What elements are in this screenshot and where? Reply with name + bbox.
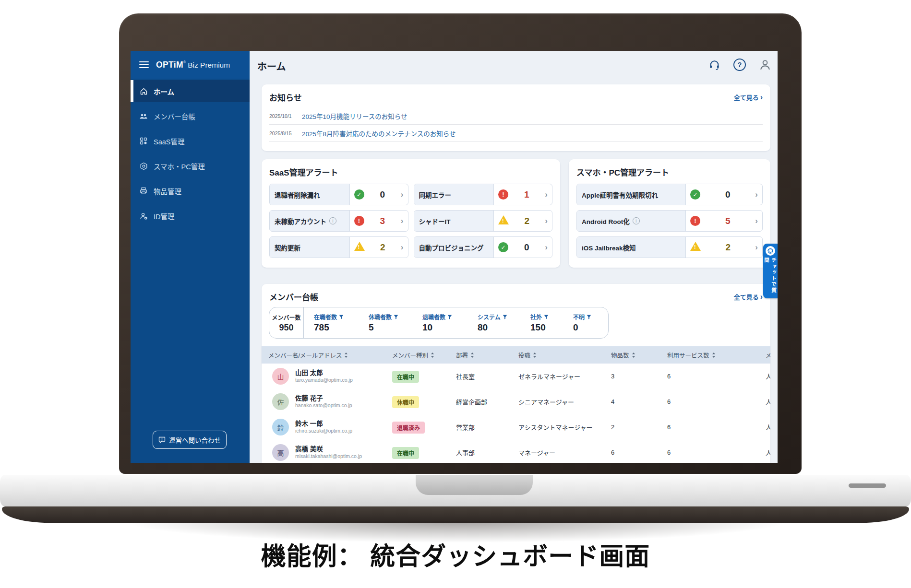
info-icon — [633, 217, 640, 224]
member-role: アシスタントマネージャー — [518, 414, 593, 440]
column-header-type[interactable]: メンバー種別 — [392, 346, 434, 364]
members-title: メンバー台帳 — [269, 291, 318, 303]
sidebar-item-label: SaaS管理 — [154, 136, 184, 146]
device-alert-cards: Apple証明書有効期限切れ 0› Android Root化 5› iOS J… — [576, 184, 763, 258]
member-email: taro.yamada@optim.co.jp — [295, 377, 353, 383]
member-name: 高橋 美咲 — [295, 444, 323, 453]
sidebar-item-id[interactable]: ID管理 — [131, 205, 250, 227]
member-dept: 営業部 — [456, 414, 475, 440]
alert-card-auto-provisioning[interactable]: 自動プロビジョニング 0› — [414, 236, 553, 258]
logo-suffix: Biz Premium — [188, 61, 230, 69]
member-row[interactable]: 鈴 鈴木 一郎 ichiro.suzuki@optim.co.jp 退職済み 営… — [262, 414, 770, 440]
column-header-services[interactable]: 利用サービス数 — [667, 346, 716, 364]
filter-icon — [339, 315, 344, 319]
alert-card-ios-jailbreak[interactable]: iOS Jailbreak検知 2› — [576, 236, 763, 258]
member-services: 6 — [667, 414, 671, 440]
alert-count: 2 — [701, 242, 755, 253]
filter-on-leave-members[interactable]: 休職者数 5 — [369, 307, 398, 338]
notice-link[interactable]: 2025年8月障害対応のためのメンテナンスのお知らせ — [302, 129, 456, 138]
member-name: 山田 太郎 — [295, 367, 323, 377]
status-error-icon — [498, 189, 508, 200]
support-headset-icon[interactable] — [708, 59, 720, 71]
notice-link[interactable]: 2025年10月機能リリースのお知らせ — [302, 111, 408, 121]
contact-support-button[interactable]: 運営へ問い合わせ — [153, 431, 227, 449]
help-icon[interactable]: ? — [733, 59, 746, 71]
member-services: 6 — [667, 389, 671, 414]
alert-card-shadow-it[interactable]: シャドーIT 2› — [414, 210, 553, 232]
topbar-icons: ? — [708, 59, 771, 71]
member-row[interactable]: 高 高橋 美咲 misaki.takahashi@optim.co.jp 在職中… — [262, 440, 770, 463]
page-title: ホーム — [257, 59, 286, 73]
member-row[interactable]: 佐 佐藤 花子 hanako.sato@optim.co.jp 休職中 経営企画… — [262, 389, 770, 415]
column-header-name[interactable]: メンバー名/メールアドレス — [268, 346, 348, 364]
member-row[interactable]: 山 山田 太郎 taro.yamada@optim.co.jp 在職中 社長室 … — [262, 364, 770, 389]
chevron-right-icon: › — [760, 293, 763, 301]
status-ok-icon — [690, 189, 700, 200]
topbar: ホーム ? — [250, 51, 778, 79]
filter-icon — [447, 315, 452, 319]
avatar: 佐 — [272, 393, 289, 410]
sidebar-item-label: 物品管理 — [154, 186, 181, 196]
alert-card-sync-error[interactable]: 同期エラー 1› — [414, 184, 553, 205]
member-email: ichiro.suzuki@optim.co.jp — [295, 428, 352, 434]
member-name: 佐藤 花子 — [295, 393, 323, 402]
alert-card-inactive-accounts[interactable]: 未稼動アカウント 3› — [269, 210, 408, 232]
alert-card-android-root[interactable]: Android Root化 5› — [576, 210, 763, 232]
status-badge: 在職中 — [392, 447, 419, 459]
chevron-right-icon: › — [401, 243, 404, 251]
members-summary-bar: メンバー数 950 在職者数 785 休職者数 5 退職者数 10 システム — [269, 307, 609, 339]
alert-count: 3 — [364, 216, 401, 226]
sidebar-item-home[interactable]: ホーム — [131, 80, 250, 102]
alert-card-deleted-leavers[interactable]: 退職者削除漏れ 0› — [269, 184, 408, 205]
status-error-icon — [690, 216, 700, 226]
sidebar-item-members[interactable]: メンバー台帳 — [131, 105, 250, 127]
member-dept: 人事部 — [456, 440, 475, 463]
notices-panel: お知らせ 全て見る› 2025/10/1 2025年10月機能リリースのお知らせ… — [262, 84, 770, 151]
sidebar-item-label: ID管理 — [154, 211, 175, 221]
status-badge: 在職中 — [392, 371, 419, 383]
filter-system-members[interactable]: システム 80 — [478, 307, 507, 338]
column-header-role[interactable]: 役職 — [518, 346, 537, 364]
sort-icon — [632, 352, 635, 358]
status-badge: 休職中 — [392, 396, 419, 408]
chat-tab-label: チャットで質問 — [763, 258, 778, 298]
filter-active-members[interactable]: 在職者数 785 — [314, 307, 344, 338]
alert-count: 0 — [508, 242, 545, 253]
alert-count: 1 — [508, 189, 545, 200]
member-email: misaki.takahashi@optim.co.jp — [295, 453, 362, 459]
column-header-partial: メ — [766, 346, 770, 364]
alert-card-contract-renewal[interactable]: 契約更新 2› — [269, 236, 408, 258]
chat-support-tab[interactable]: チャットで質問 — [763, 244, 778, 298]
chevron-right-icon: › — [755, 243, 758, 251]
sidebar-item-device[interactable]: スマホ・PC管理 — [131, 155, 250, 177]
sort-icon — [431, 352, 434, 358]
account-icon[interactable] — [759, 59, 771, 71]
sidebar-item-label: メンバー台帳 — [154, 111, 195, 121]
members-view-all-link[interactable]: 全て見る› — [734, 292, 763, 301]
member-partial-cell: 人 — [766, 364, 770, 389]
sidebar-item-saas[interactable]: SaaS管理 — [131, 130, 250, 152]
alert-card-apple-cert[interactable]: Apple証明書有効期限切れ 0› — [576, 184, 763, 205]
chevron-right-icon: › — [545, 217, 548, 225]
filter-unknown-members[interactable]: 不明 0 — [573, 307, 591, 338]
person-check-icon — [139, 212, 148, 220]
notices-view-all-link[interactable]: 全て見る› — [734, 93, 763, 102]
filter-icon — [394, 315, 398, 319]
member-dept: 経営企画部 — [456, 389, 487, 414]
device-alerts-panel: スマホ・PC管理アラート Apple証明書有効期限切れ 0› Android R… — [569, 159, 770, 268]
question-mark: ? — [733, 59, 746, 71]
column-header-dept[interactable]: 部署 — [456, 346, 474, 364]
laptop-base-bottom — [2, 506, 909, 523]
alert-count: 2 — [509, 216, 545, 226]
member-partial-cell: 人 — [766, 440, 770, 463]
filter-icon — [503, 315, 507, 319]
chevron-right-icon: › — [760, 94, 763, 101]
avatar: 高 — [272, 444, 289, 461]
column-header-items[interactable]: 物品数 — [611, 346, 635, 364]
sidebar-item-label: スマホ・PC管理 — [154, 161, 205, 171]
filter-retired-members[interactable]: 退職者数 10 — [422, 307, 452, 338]
sidebar-item-assets[interactable]: 物品管理 — [131, 180, 250, 202]
sort-icon — [344, 352, 348, 358]
filter-external-members[interactable]: 社外 150 — [530, 307, 549, 338]
hamburger-menu-icon[interactable] — [139, 61, 149, 68]
